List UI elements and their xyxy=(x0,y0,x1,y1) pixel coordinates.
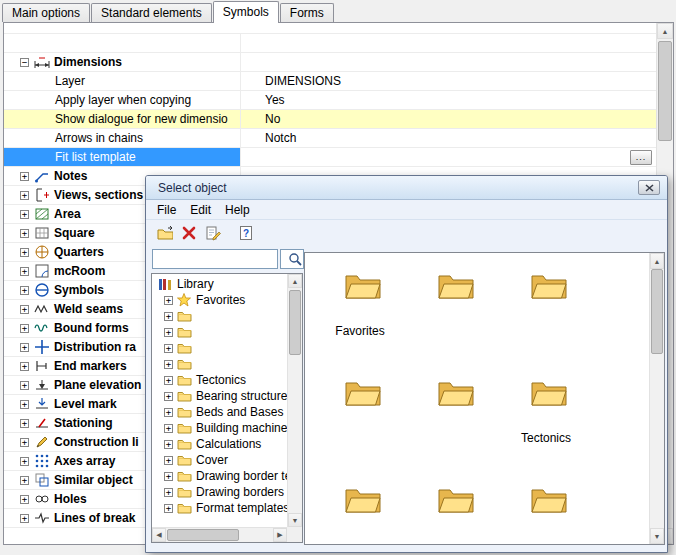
expand-box[interactable]: + xyxy=(20,267,29,276)
scroll-up-button[interactable]: ▲ xyxy=(288,274,302,288)
dialog-tree-item[interactable]: +Cover xyxy=(152,452,287,468)
scrollbar-thumb[interactable] xyxy=(167,529,239,541)
expand-box[interactable]: + xyxy=(20,514,29,523)
expand-box[interactable]: + xyxy=(20,362,29,371)
property-row[interactable]: LayerDIMENSIONS xyxy=(4,72,656,91)
expand-box[interactable]: + xyxy=(20,191,29,200)
dialog-tree-item[interactable]: +Tectonics xyxy=(152,372,287,388)
expand-box[interactable]: + xyxy=(20,324,29,333)
scrollbar-thumb[interactable] xyxy=(651,269,663,354)
folder-item[interactable] xyxy=(408,365,498,472)
rename-button[interactable] xyxy=(199,222,221,244)
property-row[interactable]: Apply layer when copyingYes xyxy=(4,91,656,110)
dialog-tree-item[interactable]: + xyxy=(152,308,287,324)
delete-button[interactable] xyxy=(175,222,197,244)
expand-box[interactable]: + xyxy=(164,456,173,465)
tab-standard-elements[interactable]: Standard elements xyxy=(91,3,212,22)
folder-item[interactable] xyxy=(315,472,405,544)
dialog-titlebar[interactable]: Select object xyxy=(146,176,667,200)
tab-main-options[interactable]: Main options xyxy=(2,3,90,22)
menu-file[interactable]: File xyxy=(150,201,183,219)
expand-box[interactable]: + xyxy=(164,296,173,305)
tab-forms[interactable]: Forms xyxy=(280,3,334,22)
folder-item[interactable] xyxy=(501,472,591,544)
folder-item[interactable]: Tectonics xyxy=(501,365,591,472)
dialog-tree-item[interactable]: +Favorites xyxy=(152,292,287,308)
dialog-tree-item[interactable]: +Format templates xyxy=(152,500,287,516)
folder-icon xyxy=(176,484,192,500)
collapse-box[interactable]: − xyxy=(20,58,29,67)
expand-box[interactable]: + xyxy=(164,312,173,321)
property-row[interactable]: Show dialogue for new dimensioNo xyxy=(4,110,656,129)
scroll-down-button[interactable]: ▼ xyxy=(650,528,664,544)
scroll-up-button[interactable]: ▲ xyxy=(657,23,673,39)
folder-item[interactable] xyxy=(408,258,498,365)
expand-box[interactable]: + xyxy=(20,248,29,257)
expand-box[interactable]: + xyxy=(20,457,29,466)
property-row[interactable]: Fit list template... xyxy=(4,148,656,167)
expand-box[interactable]: + xyxy=(20,400,29,409)
open-folder-button[interactable] xyxy=(151,222,173,244)
expand-box[interactable]: + xyxy=(20,286,29,295)
dialog-tree-item[interactable]: + xyxy=(152,356,287,372)
tree-item-label: Level mark xyxy=(54,397,117,411)
search-input[interactable] xyxy=(152,249,278,269)
mcroom-icon xyxy=(34,263,50,279)
folder-item[interactable] xyxy=(501,258,591,365)
close-button[interactable] xyxy=(638,180,660,195)
scrollbar-thumb[interactable] xyxy=(658,41,672,141)
scroll-down-icon: ▼ xyxy=(292,517,299,524)
expand-box[interactable]: + xyxy=(164,424,173,433)
expand-box[interactable]: + xyxy=(164,408,173,417)
expand-box[interactable]: + xyxy=(164,344,173,353)
group-label: Dimensions xyxy=(54,55,122,69)
expand-box[interactable]: + xyxy=(20,381,29,390)
expand-box[interactable]: + xyxy=(164,504,173,513)
expand-box[interactable]: + xyxy=(20,210,29,219)
tree-group-dimensions[interactable]: −Dimensions xyxy=(4,53,656,72)
library-tree-panel: Library+Favorites+++++Tectonics+Bearing … xyxy=(151,273,303,543)
expand-box[interactable]: + xyxy=(20,419,29,428)
expand-box[interactable]: + xyxy=(20,495,29,504)
expand-box[interactable]: + xyxy=(20,476,29,485)
expand-box[interactable]: + xyxy=(164,392,173,401)
expand-box[interactable]: + xyxy=(20,229,29,238)
expand-box[interactable]: + xyxy=(20,438,29,447)
dialog-tree-item[interactable]: +Beds and Bases xyxy=(152,404,287,420)
folder-scrollbar[interactable]: ▲ ▼ xyxy=(649,253,664,544)
scrollbar-thumb[interactable] xyxy=(289,290,301,355)
folder-item[interactable] xyxy=(408,472,498,544)
tab-symbols[interactable]: Symbols xyxy=(213,1,279,23)
expand-box[interactable]: + xyxy=(20,172,29,181)
menu-edit[interactable]: Edit xyxy=(183,201,218,219)
folder-item[interactable]: Favorites xyxy=(315,258,405,365)
expand-box[interactable]: + xyxy=(164,472,173,481)
help-button[interactable]: ? xyxy=(232,222,254,244)
expand-box[interactable]: + xyxy=(164,440,173,449)
expand-box[interactable]: + xyxy=(20,343,29,352)
expand-box[interactable]: + xyxy=(20,305,29,314)
search-button[interactable] xyxy=(280,249,304,269)
scroll-up-button[interactable]: ▲ xyxy=(650,253,664,269)
dialog-tree-item[interactable]: + xyxy=(152,340,287,356)
expand-box[interactable]: + xyxy=(164,488,173,497)
dialog-tree-item[interactable]: +Bearing structures xyxy=(152,388,287,404)
dialog-tree-item[interactable]: +Drawing borders te xyxy=(152,484,287,500)
tree-hscrollbar[interactable]: ◀ ▶ xyxy=(152,527,287,542)
scroll-right-button[interactable]: ▶ xyxy=(273,528,287,542)
dialog-tree-item[interactable]: Library xyxy=(152,276,287,292)
dialog-tree-item[interactable]: + xyxy=(152,324,287,340)
dialog-tree-item[interactable]: +Building machines xyxy=(152,420,287,436)
scroll-left-button[interactable]: ◀ xyxy=(152,528,166,542)
expand-box[interactable]: + xyxy=(164,328,173,337)
dialog-tree-item[interactable]: +Calculations xyxy=(152,436,287,452)
tree-scrollbar[interactable]: ▲ ▼ xyxy=(287,274,302,527)
expand-box[interactable]: + xyxy=(164,376,173,385)
property-row[interactable]: Arrows in chainsNotch xyxy=(4,129,656,148)
dialog-tree-item[interactable]: +Drawing border te xyxy=(152,468,287,484)
browse-button[interactable]: ... xyxy=(630,150,652,165)
menu-help[interactable]: Help xyxy=(218,201,257,219)
expand-box[interactable]: + xyxy=(164,360,173,369)
scroll-down-button[interactable]: ▼ xyxy=(288,513,302,527)
folder-item[interactable] xyxy=(315,365,405,472)
